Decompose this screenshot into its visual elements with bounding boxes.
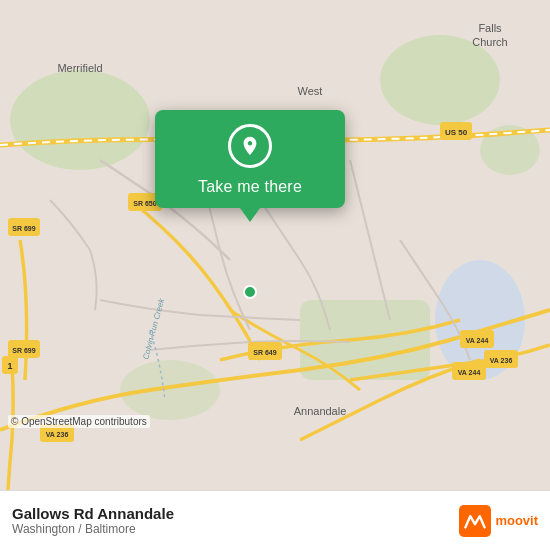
svg-text:Church: Church: [472, 36, 507, 48]
osm-credit: © OpenStreetMap contributors: [8, 415, 150, 428]
popup-card: Take me there: [155, 110, 345, 208]
svg-point-4: [120, 360, 220, 420]
svg-text:Annandale: Annandale: [294, 405, 347, 417]
svg-text:Merrifield: Merrifield: [57, 62, 102, 74]
svg-text:SR 649: SR 649: [253, 349, 276, 356]
svg-text:West: West: [298, 85, 323, 97]
footer-subtitle: Washington / Baltimore: [12, 522, 174, 536]
svg-point-35: [244, 286, 256, 298]
map-container: US 50 US 50 SR 699 SR 699 SR 650 SR 649 …: [0, 0, 550, 490]
svg-text:US 50: US 50: [445, 128, 468, 137]
moovit-logo-icon: [459, 505, 491, 537]
moovit-label: moovit: [495, 513, 538, 528]
footer-moovit: moovit: [459, 505, 538, 537]
popup-pin-circle: [228, 124, 272, 168]
location-pin-icon: [239, 135, 261, 157]
svg-text:Falls: Falls: [478, 22, 502, 34]
footer-title: Gallows Rd Annandale: [12, 505, 174, 522]
svg-text:SR 650: SR 650: [133, 200, 156, 207]
svg-text:SR 699: SR 699: [12, 225, 35, 232]
footer: Gallows Rd Annandale Washington / Baltim…: [0, 490, 550, 550]
svg-text:VA 244: VA 244: [466, 337, 489, 344]
take-me-there-button[interactable]: Take me there: [198, 178, 302, 196]
svg-text:SR 699: SR 699: [12, 347, 35, 354]
svg-text:VA 236: VA 236: [490, 357, 513, 364]
svg-rect-36: [459, 505, 491, 537]
svg-text:VA 236: VA 236: [46, 431, 69, 438]
svg-point-2: [380, 35, 500, 125]
svg-text:1: 1: [7, 361, 12, 371]
svg-point-1: [10, 70, 150, 170]
svg-text:VA 244: VA 244: [458, 369, 481, 376]
footer-text: Gallows Rd Annandale Washington / Baltim…: [12, 505, 174, 536]
